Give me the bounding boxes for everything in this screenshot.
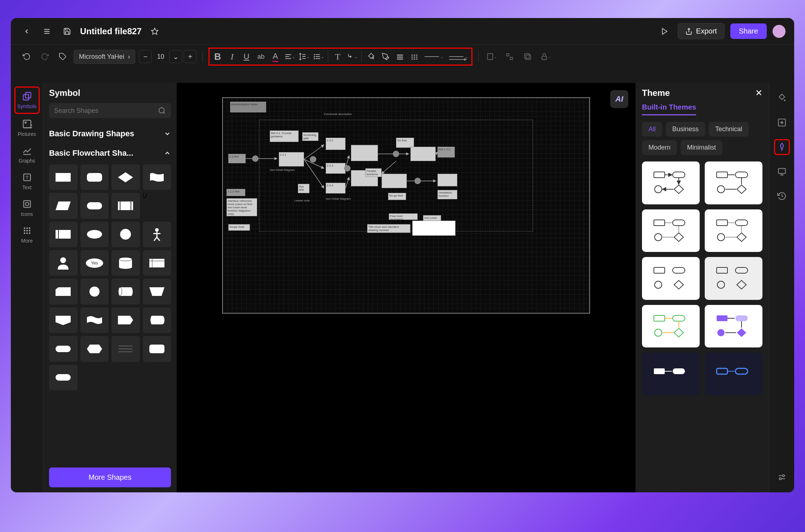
shape-card[interactable] xyxy=(49,279,78,304)
avatar[interactable] xyxy=(773,25,786,38)
shape-internal-storage[interactable] xyxy=(143,250,171,276)
shape-user[interactable] xyxy=(49,250,78,276)
favorite-icon[interactable] xyxy=(148,24,162,39)
shape-flag[interactable] xyxy=(143,164,171,190)
italic-button[interactable]: I xyxy=(225,49,239,64)
flow-224[interactable]: 2.2.4 xyxy=(326,183,346,194)
theme-card-8[interactable] xyxy=(705,305,762,348)
shape-terminator[interactable] xyxy=(49,336,78,362)
format-painter-button[interactable] xyxy=(56,49,70,64)
shape-manual-op[interactable] xyxy=(143,279,171,304)
shape-ellipse[interactable] xyxy=(80,222,109,247)
rrail-settings-icon[interactable] xyxy=(774,469,790,485)
shape-person[interactable] xyxy=(143,222,171,247)
font-size-increase[interactable]: + xyxy=(184,50,197,63)
font-size-decrease[interactable]: − xyxy=(139,50,152,63)
redo-button[interactable] xyxy=(38,49,52,64)
arrange-button[interactable] xyxy=(502,49,517,64)
rrail-insert-icon[interactable] xyxy=(774,115,790,130)
canvas-area[interactable]: AI Administrative Notes Functional descr… xyxy=(177,83,635,492)
flow-parallel[interactable]: Parallel functions xyxy=(365,168,382,177)
flow-drawing-number[interactable] xyxy=(412,221,456,236)
save-icon[interactable] xyxy=(60,24,74,39)
shape-rectangle[interactable] xyxy=(49,164,78,190)
filter-modern[interactable]: Modern xyxy=(642,140,677,155)
category-basic-drawing[interactable]: Basic Drawing Shapes xyxy=(49,124,171,143)
canvas-frame[interactable]: Administrative Notes Functional descript… xyxy=(222,97,590,314)
flow-nogo[interactable]: No-go flow xyxy=(388,193,406,200)
shape-hexagon[interactable] xyxy=(80,336,109,362)
flow-block-c[interactable] xyxy=(410,147,436,161)
page-button[interactable]: ⌄ xyxy=(484,49,499,64)
font-family-select[interactable]: Microsoft YaHei› xyxy=(74,50,135,64)
flow-go-flow[interactable]: Go flow xyxy=(396,138,414,148)
layers-button[interactable] xyxy=(520,49,535,64)
rail-text[interactable]: T Text xyxy=(14,169,40,194)
theme-card-5[interactable] xyxy=(642,257,700,300)
fill-button[interactable] xyxy=(364,49,378,64)
flow-223[interactable]: 2.2.3 xyxy=(326,163,346,174)
flow-screening[interactable]: Screening gate xyxy=(302,132,318,141)
rail-graphs[interactable]: Graphs xyxy=(14,142,40,167)
rail-symbols[interactable]: Symbols xyxy=(14,87,40,114)
flow-block-a[interactable] xyxy=(351,145,378,161)
theme-card-7[interactable] xyxy=(642,305,700,348)
flow-ref-end[interactable]: Ref 1.2.5 xyxy=(437,147,455,158)
shape-yes[interactable]: Yes xyxy=(80,250,109,276)
shape-pentagon[interactable] xyxy=(111,307,140,333)
border-solid-button[interactable] xyxy=(393,49,407,64)
flow-scope-note[interactable]: Scope Note xyxy=(228,224,250,231)
filter-technical[interactable]: Technical xyxy=(709,122,749,137)
close-theme-button[interactable]: ✕ xyxy=(755,88,762,98)
category-basic-flowchart[interactable]: Basic Flowchart Sha... xyxy=(49,143,171,163)
filter-all[interactable]: All xyxy=(642,122,662,137)
shape-display[interactable] xyxy=(143,307,171,333)
shape-wave[interactable] xyxy=(80,307,109,333)
line-style-select[interactable]: ⌄ xyxy=(422,55,446,59)
shape-cylinder[interactable] xyxy=(111,250,140,276)
menu-button[interactable] xyxy=(40,24,54,39)
rail-more[interactable]: More xyxy=(14,222,40,247)
theme-card-4[interactable] xyxy=(705,209,762,252)
more-shapes-button[interactable]: More Shapes xyxy=(49,467,171,487)
shape-rounded-rect[interactable] xyxy=(80,164,109,190)
shape-stadium[interactable] xyxy=(80,193,109,218)
underline-button[interactable]: U xyxy=(239,49,254,64)
back-button[interactable] xyxy=(19,24,34,39)
flow-sysmat[interactable]: Sys Mat xyxy=(298,184,309,193)
undo-button[interactable] xyxy=(19,49,34,64)
rrail-fill-icon[interactable] xyxy=(774,90,790,106)
line-spacing-button[interactable]: ⌄ xyxy=(297,49,311,64)
shape-pill-2[interactable] xyxy=(49,365,78,390)
lock-button[interactable]: ⌄ xyxy=(538,49,553,64)
rrail-present-icon[interactable] xyxy=(774,164,790,179)
flow-start-ref[interactable]: 2.0 Ref xyxy=(228,154,246,163)
rrail-history-icon[interactable] xyxy=(774,188,790,204)
stroke-button[interactable] xyxy=(378,49,393,64)
bold-button[interactable]: B xyxy=(210,49,225,64)
rrail-theme-icon[interactable] xyxy=(774,139,790,155)
flow-block-d[interactable] xyxy=(382,174,407,188)
shape-diamond[interactable] xyxy=(111,164,140,190)
shape-rounded-2[interactable] xyxy=(143,336,171,362)
flow-designator[interactable]: Flow level designator xyxy=(389,213,418,220)
flow-112ref[interactable]: 1.1.2 Ref xyxy=(226,189,245,196)
share-button[interactable]: Share xyxy=(730,23,767,39)
shape-circle[interactable] xyxy=(111,222,140,247)
arrow-style-select[interactable]: ⌄ xyxy=(446,55,471,59)
filter-business[interactable]: Business xyxy=(666,122,705,137)
filter-minimalist[interactable]: Minimalist xyxy=(681,140,722,155)
theme-card-10[interactable] xyxy=(705,353,762,395)
theme-card-9[interactable] xyxy=(642,353,700,395)
border-dashed-button[interactable] xyxy=(407,49,422,64)
shape-offpage[interactable] xyxy=(49,307,78,333)
flow-2nd-level[interactable]: 2nd Level xyxy=(423,215,441,221)
play-button[interactable] xyxy=(657,24,672,39)
theme-card-2[interactable] xyxy=(705,161,762,204)
shape-parallelogram[interactable] xyxy=(49,193,78,218)
rail-icons[interactable]: Icons xyxy=(14,195,40,221)
flow-admin-notes[interactable]: Administrative Notes xyxy=(230,102,266,112)
shape-predefined-2[interactable] xyxy=(49,222,78,247)
theme-card-3[interactable] xyxy=(642,209,700,252)
text-tool-button[interactable]: T xyxy=(330,49,345,64)
